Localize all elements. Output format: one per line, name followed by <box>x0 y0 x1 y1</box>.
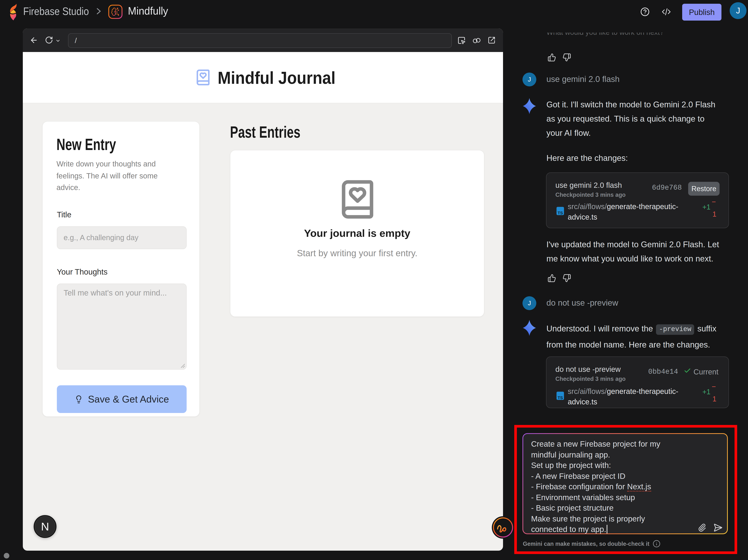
svg-text:N: N <box>41 520 49 533</box>
